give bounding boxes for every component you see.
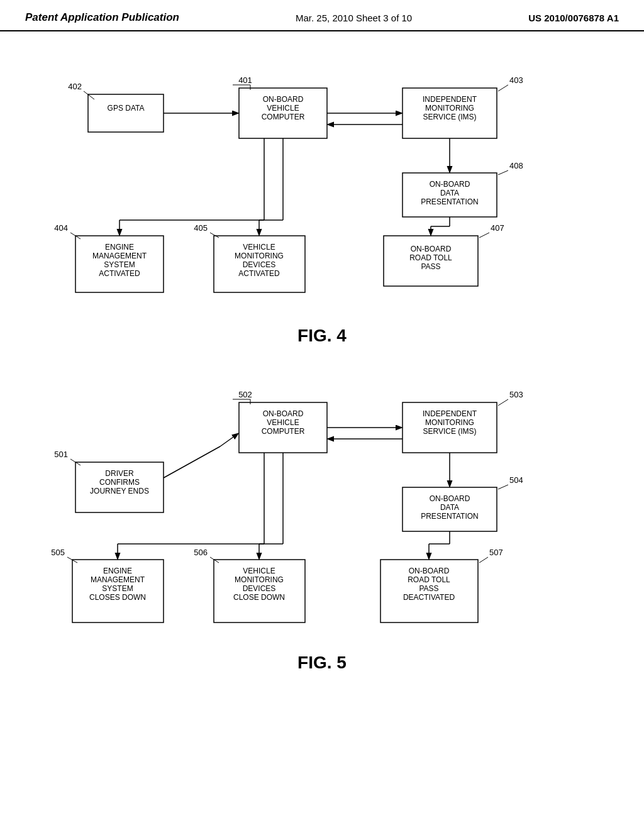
ref-408: 408 (509, 161, 523, 170)
ref-503: 503 (509, 390, 523, 399)
svg-text:CLOSE DOWN: CLOSE DOWN (233, 593, 285, 602)
header-patent-number: US 2010/0076878 A1 (528, 13, 619, 23)
svg-text:ENGINE: ENGINE (103, 567, 132, 575)
svg-text:ON-BOARD: ON-BOARD (263, 409, 304, 418)
svg-text:ROAD TOLL: ROAD TOLL (409, 253, 452, 262)
header-publication-label: Patent Application Publication (25, 11, 179, 24)
diagrams-container: ON-BOARD VEHICLE COMPUTER 401 GPS DATA 4… (0, 31, 644, 704)
svg-text:GPS DATA: GPS DATA (108, 104, 145, 113)
svg-line-6 (84, 91, 94, 99)
svg-text:CONFIRMS: CONFIRMS (99, 478, 140, 487)
fig5-label: FIG. 5 (25, 653, 619, 673)
svg-text:PRESENTATION: PRESENTATION (421, 512, 479, 521)
ref-405: 405 (194, 223, 208, 233)
svg-text:MONITORING: MONITORING (235, 252, 284, 260)
svg-text:ON-BOARD: ON-BOARD (430, 180, 470, 189)
svg-text:INDEPENDENT: INDEPENDENT (423, 95, 477, 104)
ref-507: 507 (489, 548, 503, 557)
svg-text:ROAD TOLL: ROAD TOLL (408, 575, 450, 584)
page-header: Patent Application Publication Mar. 25, … (0, 0, 644, 31)
svg-text:MANAGEMENT: MANAGEMENT (91, 575, 145, 584)
svg-text:ON-BOARD: ON-BOARD (430, 494, 470, 503)
svg-text:MONITORING: MONITORING (235, 575, 284, 584)
fig4-svg: ON-BOARD VEHICLE COMPUTER 401 GPS DATA 4… (25, 50, 616, 321)
svg-text:ON-BOARD: ON-BOARD (409, 567, 450, 575)
ref-401: 401 (238, 75, 252, 85)
svg-line-14 (498, 170, 508, 175)
svg-line-75 (220, 434, 238, 446)
ref-505: 505 (51, 548, 65, 557)
svg-text:DATA: DATA (440, 503, 459, 512)
svg-text:CLOSES DOWN: CLOSES DOWN (89, 593, 146, 602)
svg-line-73 (479, 557, 488, 563)
ref-502: 502 (238, 390, 252, 399)
svg-text:SYSTEM: SYSTEM (102, 584, 133, 593)
svg-text:DEACTIVATED: DEACTIVATED (403, 593, 455, 602)
fig5-wrapper: ON-BOARD VEHICLE COMPUTER 502 DRIVER CON… (25, 365, 619, 673)
svg-text:PRESENTATION: PRESENTATION (421, 197, 479, 206)
svg-text:DEVICES: DEVICES (243, 260, 276, 269)
header-date-sheet: Mar. 25, 2010 Sheet 3 of 10 (296, 13, 412, 23)
svg-text:MONITORING: MONITORING (425, 104, 474, 113)
svg-line-24 (210, 233, 219, 238)
ref-506: 506 (194, 548, 208, 557)
svg-line-74 (164, 446, 220, 478)
svg-text:SERVICE (IMS): SERVICE (IMS) (423, 427, 476, 436)
svg-text:MANAGEMENT: MANAGEMENT (92, 252, 147, 260)
ref-404: 404 (54, 223, 68, 233)
svg-text:MONITORING: MONITORING (425, 418, 474, 427)
ref-504: 504 (509, 475, 523, 485)
svg-text:DEVICES: DEVICES (243, 584, 276, 593)
svg-text:PASS: PASS (419, 584, 438, 593)
svg-line-28 (479, 233, 489, 238)
node-402 (88, 94, 164, 132)
fig4-wrapper: ON-BOARD VEHICLE COMPUTER 401 GPS DATA 4… (25, 50, 619, 346)
fig5-svg: ON-BOARD VEHICLE COMPUTER 502 DRIVER CON… (25, 365, 616, 648)
svg-text:ACTIVATED: ACTIVATED (238, 269, 280, 278)
svg-text:SYSTEM: SYSTEM (104, 260, 135, 269)
svg-text:ACTIVATED: ACTIVATED (99, 269, 140, 278)
svg-text:VEHICLE: VEHICLE (267, 418, 299, 427)
svg-text:VEHICLE: VEHICLE (267, 104, 299, 113)
svg-text:ON-BOARD: ON-BOARD (411, 245, 452, 253)
ref-407: 407 (491, 223, 504, 233)
fig4-label: FIG. 4 (25, 326, 619, 346)
svg-text:COMPUTER: COMPUTER (262, 427, 305, 436)
svg-text:DATA: DATA (440, 189, 459, 197)
svg-text:PASS: PASS (421, 262, 440, 271)
svg-text:VEHICLE: VEHICLE (243, 243, 275, 252)
svg-text:COMPUTER: COMPUTER (262, 113, 305, 121)
svg-line-58 (498, 485, 508, 489)
svg-text:VEHICLE: VEHICLE (243, 567, 275, 575)
svg-text:ENGINE: ENGINE (105, 243, 134, 252)
ref-501: 501 (54, 450, 68, 459)
svg-text:INDEPENDENT: INDEPENDENT (423, 409, 477, 418)
ref-403: 403 (509, 75, 523, 85)
svg-line-10 (498, 85, 508, 91)
svg-text:ON-BOARD: ON-BOARD (263, 95, 304, 104)
svg-text:JOURNEY ENDS: JOURNEY ENDS (90, 487, 149, 495)
svg-line-54 (498, 399, 508, 406)
ref-402: 402 (68, 82, 82, 91)
svg-text:SERVICE (IMS): SERVICE (IMS) (423, 113, 476, 121)
svg-text:DRIVER: DRIVER (105, 469, 134, 478)
